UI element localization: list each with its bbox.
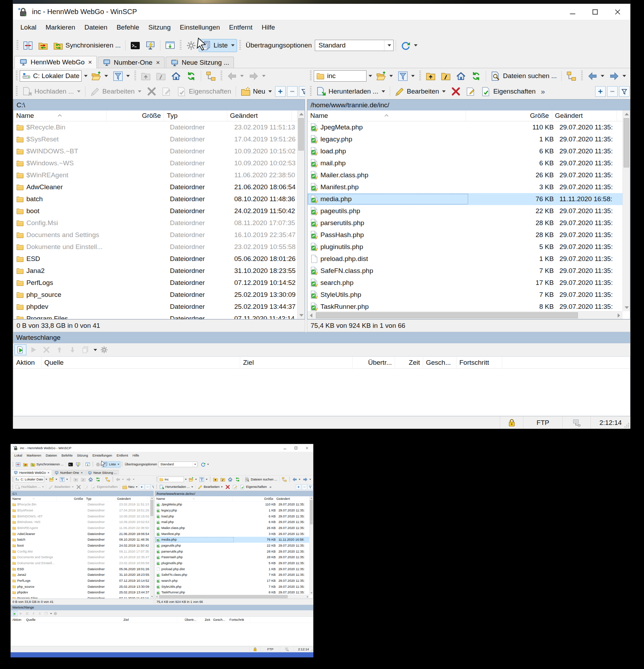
- select-add-button[interactable]: [275, 86, 286, 97]
- remote-directory-select[interactable]: inc: [314, 70, 366, 82]
- parent-directory-button[interactable]: [423, 70, 438, 83]
- column-header-geändert[interactable]: Geändert: [227, 110, 292, 121]
- background-transfers-button[interactable]: [162, 39, 178, 52]
- resize-grip[interactable]: [624, 422, 630, 428]
- file-row-windows-ws[interactable]: $Windows.~WSDateiordner10.09.2020 10:02:…: [13, 157, 297, 169]
- select-add-button[interactable]: [595, 86, 606, 97]
- synchronize-button[interactable]: Synchronisieren ...: [51, 39, 123, 52]
- close-button[interactable]: [606, 4, 629, 20]
- column-header-name[interactable]: Name: [307, 110, 466, 121]
- file-row-jana2[interactable]: Jana2Dateiordner31.10.2020 18:23:55: [13, 265, 297, 277]
- session-tab-number-one[interactable]: Number-One×: [98, 57, 165, 68]
- queue-column-übertr[interactable]: Übertr...: [353, 357, 395, 368]
- file-row-load-php[interactable]: load.php6 KB29.07.2020 11:35:: [307, 145, 623, 157]
- dropdown-caret-icon[interactable]: [442, 90, 446, 93]
- file-row-program-files[interactable]: Program FilesDateiordner07.11.2020 11:42…: [13, 313, 297, 319]
- file-row-php-source[interactable]: php_sourceDateiordner25.02.2019 13:30:09: [13, 289, 297, 301]
- file-row-windows-bt[interactable]: $WINDOWS.~BTDateiordner10.09.2020 10:15:…: [13, 145, 297, 157]
- menu-item-sitzung[interactable]: Sitzung: [144, 24, 175, 31]
- overflow-chevron[interactable]: »: [541, 87, 545, 96]
- tree-view-button[interactable]: [564, 70, 579, 83]
- title-bar[interactable]: inc - HennWeb WebGo - WinSCP: [13, 4, 630, 20]
- transfer-preset-select[interactable]: Standard: [315, 40, 394, 51]
- file-row-phpdev[interactable]: phpdevDateiordner25.02.2019 13:44:37: [13, 301, 297, 313]
- column-header-geändert[interactable]: Geändert: [552, 110, 617, 121]
- queue-column-fortschritt[interactable]: Fortschritt: [457, 357, 502, 368]
- dropdown-caret-icon[interactable]: [77, 90, 81, 93]
- refresh-button[interactable]: [468, 70, 484, 83]
- column-header-typ[interactable]: Typ: [164, 110, 227, 121]
- queue-process-button[interactable]: [14, 344, 26, 355]
- selection-filter-button[interactable]: [299, 86, 305, 97]
- root-directory-button[interactable]: [438, 70, 453, 83]
- menu-item-hilfe[interactable]: Hilfe: [257, 24, 280, 31]
- tab-close-icon[interactable]: ×: [88, 58, 92, 66]
- queue-preferences-button[interactable]: [98, 344, 110, 355]
- status-session-segment[interactable]: [563, 416, 591, 429]
- menu-item-lokal[interactable]: Lokal: [16, 24, 41, 31]
- file-row-sysreset[interactable]: $SysResetDateiordner17.04.2019 19:51:26: [13, 133, 297, 145]
- file-row-mailer-class-php[interactable]: Mailer.class.php26 KB29.07.2020 11:35:: [307, 169, 623, 181]
- file-row-passhash-php[interactable]: PassHash.php28 KB29.07.2020 11:35:: [307, 229, 623, 241]
- file-row-adwcleaner[interactable]: AdwCleanerDateiordner21.06.2020 18:06:54: [13, 181, 297, 193]
- local-vertical-scrollbar[interactable]: [297, 110, 305, 319]
- file-row-winreagent[interactable]: $WinREAgentDateiordner11.06.2020 22:38:5…: [13, 169, 297, 181]
- select-remove-button[interactable]: [607, 86, 618, 97]
- file-row-pluginutils-php[interactable]: pluginutils.php5 KB29.07.2020 11:35:: [307, 241, 623, 253]
- upload-button[interactable]: Hochladen ...: [20, 85, 83, 98]
- status-protocol-segment[interactable]: FTP: [523, 416, 563, 429]
- dropdown-caret-icon[interactable]: [138, 90, 141, 93]
- file-row-mail-php[interactable]: mail.php6 KB29.07.2020 11:35:: [307, 157, 623, 169]
- open-directory-button[interactable]: [374, 70, 395, 83]
- forward-button[interactable]: [607, 70, 629, 83]
- dropdown-caret-icon[interactable]: [411, 75, 415, 77]
- menu-item-einstellungen[interactable]: Einstellungen: [175, 24, 224, 31]
- edit-button[interactable]: Bearbeiten: [88, 85, 144, 98]
- open-directory-button[interactable]: [89, 70, 110, 83]
- tab-close-icon[interactable]: ×: [156, 59, 160, 66]
- file-row-batch[interactable]: batchDateiordner08.10.2020 11:48:36: [13, 193, 297, 205]
- properties-button[interactable]: Eigenschaften: [478, 85, 538, 98]
- session-tab-hennweb-webgo[interactable]: HennWeb WebGo×: [14, 56, 97, 68]
- home-directory-button[interactable]: [168, 70, 184, 83]
- queue-delete-button[interactable]: [40, 344, 52, 355]
- file-row-media-php[interactable]: media.php76 KB11.11.2020 16:58:: [307, 193, 623, 205]
- remote-vertical-scrollbar[interactable]: [623, 110, 630, 311]
- queue-column-ziel[interactable]: Ziel: [240, 357, 353, 368]
- dropdown-caret-icon[interactable]: [384, 40, 393, 51]
- filter-button[interactable]: [395, 70, 417, 83]
- filter-button[interactable]: [110, 70, 132, 83]
- file-row-perflogs[interactable]: PerfLogsDateiordner07.12.2019 10:14:52: [13, 277, 297, 289]
- queue-column-zeit[interactable]: Zeit: [395, 357, 423, 368]
- home-directory-button[interactable]: [453, 70, 468, 83]
- dropdown-caret-icon[interactable]: [240, 75, 244, 77]
- open-in-putty-button[interactable]: [143, 39, 158, 52]
- file-row-pageutils-php[interactable]: pageutils.php22 KB29.07.2020 11:35:: [307, 205, 623, 217]
- queue-column-quelle[interactable]: Quelle: [42, 357, 240, 368]
- root-directory-button[interactable]: [153, 70, 168, 83]
- transfer-settings-button[interactable]: [398, 39, 420, 52]
- queue-column-gesch[interactable]: Gesch...: [423, 357, 457, 368]
- menu-item-markieren[interactable]: Markieren: [41, 24, 79, 31]
- queue-copy-button[interactable]: [79, 344, 91, 355]
- column-header-größe[interactable]: Größe: [466, 110, 552, 121]
- download-button[interactable]: Herunterladen ...: [314, 85, 388, 98]
- file-row-taskrunner-php[interactable]: TaskRunner.php8 KB29.07.2020 11:35:: [307, 301, 623, 311]
- refresh-button[interactable]: [184, 70, 199, 83]
- queue-column-aktion[interactable]: Aktion: [13, 357, 42, 368]
- tree-view-button[interactable]: [203, 70, 218, 83]
- back-button[interactable]: [585, 70, 607, 83]
- dropdown-caret-icon[interactable]: [268, 90, 272, 93]
- dropdown-caret-icon[interactable]: [104, 75, 108, 77]
- file-row-documents-and-settings[interactable]: Documents and SettingsDateiordner16.10.2…: [13, 229, 297, 241]
- dropdown-caret-icon[interactable]: [389, 75, 393, 77]
- file-row-preload-php-dist[interactable]: preload.php.dist1 KB29.07.2020 11:35:: [307, 253, 623, 265]
- file-row-parserutils-php[interactable]: parserutils.php28 KB29.07.2020 11:35:: [307, 217, 623, 229]
- back-button[interactable]: [224, 70, 246, 83]
- status-security-segment[interactable]: [500, 416, 523, 429]
- column-header-größe[interactable]: Größe: [107, 110, 164, 121]
- remote-horizontal-scrollbar[interactable]: [307, 311, 623, 319]
- open-console-button[interactable]: [128, 39, 143, 52]
- find-files-button[interactable]: Dateien suchen ...: [488, 70, 559, 83]
- file-row-legacy-php[interactable]: legacy.php1 KB29.07.2020 11:35:: [307, 133, 623, 145]
